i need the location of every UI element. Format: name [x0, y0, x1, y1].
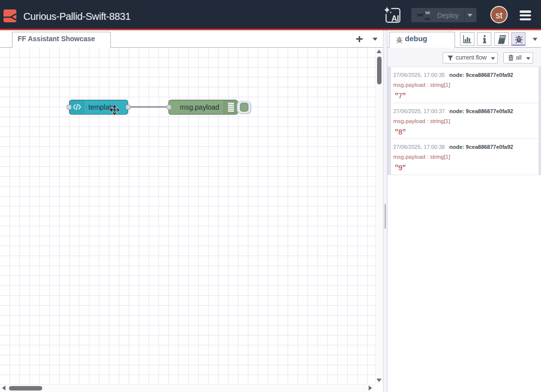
- svg-text:AI: AI: [391, 14, 399, 23]
